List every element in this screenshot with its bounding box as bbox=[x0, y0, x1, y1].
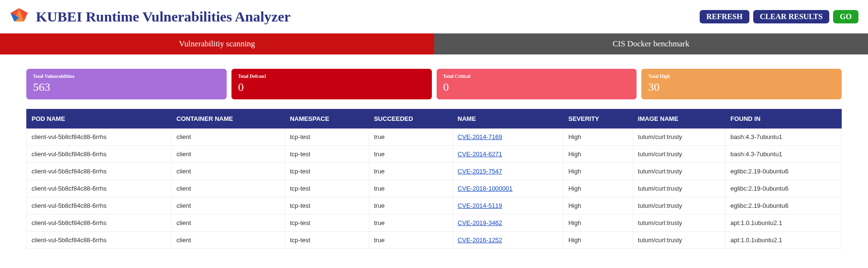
cell-namespace: tcp-test bbox=[285, 129, 369, 146]
cell-image-name: tutum/curl:trusty bbox=[633, 214, 725, 232]
cve-link[interactable]: CVE-2016-1252 bbox=[458, 236, 502, 244]
stat-total-defcon1: Total Defcon1 0 bbox=[231, 69, 432, 99]
stat-value: 0 bbox=[238, 81, 425, 94]
cell-container-name: client bbox=[172, 146, 285, 163]
table-row: client-vul-5b8cf84c88-6rrhsclienttcp-tes… bbox=[27, 232, 842, 249]
tabs: Vulnerabilitiy scanning CIS Docker bench… bbox=[0, 33, 868, 54]
table-row: client-vul-5b8cf84c88-6rrhsclienttcp-tes… bbox=[27, 129, 842, 146]
kubei-logo-icon bbox=[10, 7, 29, 26]
stat-value: 563 bbox=[33, 81, 220, 94]
cell-name: CVE-2019-3462 bbox=[452, 214, 563, 232]
cell-succeeded: true bbox=[369, 232, 452, 249]
cve-link[interactable]: CVE-2015-7547 bbox=[458, 168, 502, 175]
cve-link[interactable]: CVE-2019-3462 bbox=[458, 219, 502, 226]
cell-container-name: client bbox=[172, 214, 285, 232]
cell-succeeded: true bbox=[369, 146, 452, 163]
stat-label: Total Vulnerabilities bbox=[33, 74, 220, 79]
cell-image-name: tutum/curl:trusty bbox=[633, 197, 725, 214]
cell-container-name: client bbox=[172, 232, 285, 249]
stat-cards: Total Vulnerabilities 563 Total Defcon1 … bbox=[26, 69, 842, 99]
refresh-button[interactable]: REFRESH bbox=[700, 10, 749, 23]
cell-name: CVE-2015-7547 bbox=[452, 163, 563, 180]
cell-severity: High bbox=[563, 146, 633, 163]
header-right: REFRESH CLEAR RESULTS GO bbox=[700, 10, 858, 23]
stat-total-critical: Total Critical 0 bbox=[437, 69, 637, 99]
vulnerabilities-table: POD NAME CONTAINER NAME NAMESPACE SUCCEE… bbox=[26, 109, 842, 249]
cell-name: CVE-2014-6271 bbox=[452, 146, 563, 163]
cve-link[interactable]: CVE-2014-6271 bbox=[458, 150, 502, 158]
header: KUBEI Runtime Vulnerabilities Analyzer R… bbox=[0, 0, 868, 33]
header-left: KUBEI Runtime Vulnerabilities Analyzer bbox=[10, 7, 291, 26]
table-row: client-vul-5b8cf84c88-6rrhsclienttcp-tes… bbox=[27, 163, 842, 180]
cell-found-in: bash:4.3-7ubuntu1 bbox=[725, 146, 842, 163]
cell-container-name: client bbox=[172, 180, 285, 197]
cell-name: CVE-2014-7169 bbox=[452, 129, 563, 146]
table-body: client-vul-5b8cf84c88-6rrhsclienttcp-tes… bbox=[27, 129, 842, 249]
tab-vulnerability-scanning[interactable]: Vulnerabilitiy scanning bbox=[0, 33, 434, 54]
col-severity[interactable]: SEVERITY bbox=[563, 109, 633, 129]
col-namespace[interactable]: NAMESPACE bbox=[285, 109, 369, 129]
cell-succeeded: true bbox=[369, 129, 452, 146]
table-header: POD NAME CONTAINER NAME NAMESPACE SUCCEE… bbox=[27, 109, 842, 129]
cell-image-name: tutum/curl:trusty bbox=[633, 146, 725, 163]
cell-pod-name: client-vul-5b8cf84c88-6rrhs bbox=[27, 214, 172, 232]
cell-pod-name: client-vul-5b8cf84c88-6rrhs bbox=[27, 129, 172, 146]
col-succeeded[interactable]: SUCCEEDED bbox=[369, 109, 452, 129]
table-row: client-vul-5b8cf84c88-6rrhsclienttcp-tes… bbox=[27, 214, 842, 232]
cell-found-in: eglibc:2.19-0ubuntu6 bbox=[725, 163, 842, 180]
stat-label: Total High bbox=[648, 74, 835, 79]
cell-succeeded: true bbox=[369, 197, 452, 214]
cell-container-name: client bbox=[172, 163, 285, 180]
go-button[interactable]: GO bbox=[833, 10, 858, 23]
cell-image-name: tutum/curl:trusty bbox=[633, 129, 725, 146]
cell-image-name: tutum/curl:trusty bbox=[633, 163, 725, 180]
cell-found-in: bash:4.3-7ubuntu1 bbox=[725, 129, 842, 146]
col-image-name[interactable]: IMAGE NAME bbox=[633, 109, 725, 129]
cell-found-in: apt:1.0.1ubuntu2.1 bbox=[725, 232, 842, 249]
cve-link[interactable]: CVE-2014-7169 bbox=[458, 133, 502, 140]
cell-name: CVE-2014-5119 bbox=[452, 197, 563, 214]
table-row: client-vul-5b8cf84c88-6rrhsclienttcp-tes… bbox=[27, 146, 842, 163]
clear-results-button[interactable]: CLEAR RESULTS bbox=[753, 10, 829, 23]
cell-name: CVE-2016-1252 bbox=[452, 232, 563, 249]
cell-pod-name: client-vul-5b8cf84c88-6rrhs bbox=[27, 232, 172, 249]
cell-found-in: apt:1.0.1ubuntu2.1 bbox=[725, 214, 842, 232]
stat-label: Total Critical bbox=[443, 74, 630, 79]
cell-found-in: eglibc:2.19-0ubuntu6 bbox=[725, 180, 842, 197]
cell-succeeded: true bbox=[369, 214, 452, 232]
main-content: Total Vulnerabilities 563 Total Defcon1 … bbox=[0, 54, 868, 249]
tab-cis-docker-benchmark[interactable]: CIS Docker benchmark bbox=[434, 33, 868, 54]
stat-total-high: Total High 30 bbox=[641, 69, 842, 99]
cell-name: CVE-2018-1000001 bbox=[452, 180, 563, 197]
cell-namespace: tcp-test bbox=[285, 163, 369, 180]
col-container-name[interactable]: CONTAINER NAME bbox=[172, 109, 285, 129]
cve-link[interactable]: CVE-2018-1000001 bbox=[458, 185, 513, 192]
stat-total-vulnerabilities: Total Vulnerabilities 563 bbox=[26, 69, 227, 99]
cell-pod-name: client-vul-5b8cf84c88-6rrhs bbox=[27, 146, 172, 163]
cell-severity: High bbox=[563, 197, 633, 214]
cell-container-name: client bbox=[172, 129, 285, 146]
cell-image-name: tutum/curl:trusty bbox=[633, 232, 725, 249]
cell-namespace: tcp-test bbox=[285, 197, 369, 214]
cell-namespace: tcp-test bbox=[285, 180, 369, 197]
cell-image-name: tutum/curl:trusty bbox=[633, 180, 725, 197]
stat-label: Total Defcon1 bbox=[238, 74, 425, 79]
cell-namespace: tcp-test bbox=[285, 146, 369, 163]
app-title: KUBEI Runtime Vulnerabilities Analyzer bbox=[36, 9, 291, 25]
cell-pod-name: client-vul-5b8cf84c88-6rrhs bbox=[27, 197, 172, 214]
stat-value: 30 bbox=[648, 81, 835, 94]
cell-severity: High bbox=[563, 214, 633, 232]
cell-severity: High bbox=[563, 129, 633, 146]
cell-found-in: eglibc:2.19-0ubuntu6 bbox=[725, 197, 842, 214]
cell-succeeded: true bbox=[369, 180, 452, 197]
cell-namespace: tcp-test bbox=[285, 232, 369, 249]
col-found-in[interactable]: FOUND IN bbox=[725, 109, 842, 129]
cell-pod-name: client-vul-5b8cf84c88-6rrhs bbox=[27, 180, 172, 197]
cell-severity: High bbox=[563, 163, 633, 180]
table-row: client-vul-5b8cf84c88-6rrhsclienttcp-tes… bbox=[27, 180, 842, 197]
col-pod-name[interactable]: POD NAME bbox=[27, 109, 172, 129]
cve-link[interactable]: CVE-2014-5119 bbox=[458, 202, 502, 209]
cell-severity: High bbox=[563, 232, 633, 249]
col-name[interactable]: NAME bbox=[452, 109, 563, 129]
cell-succeeded: true bbox=[369, 163, 452, 180]
